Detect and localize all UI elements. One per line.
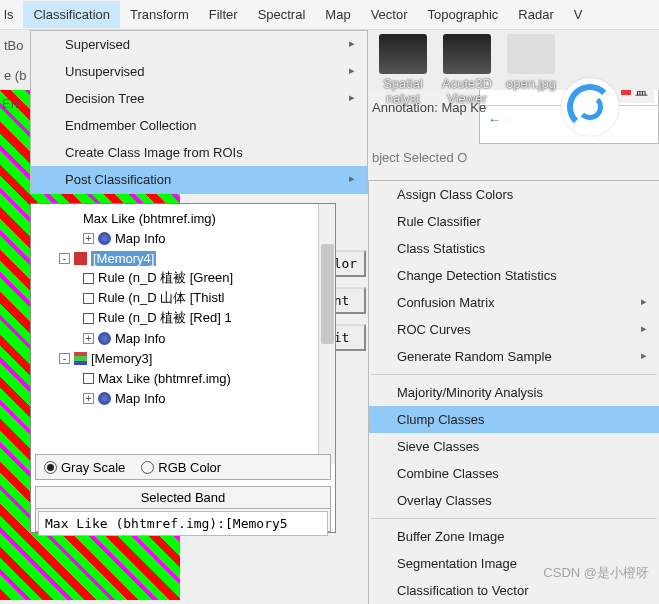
menu-ls[interactable]: ls	[0, 1, 23, 28]
thumbnail-openjpg[interactable]: open.jpg	[503, 34, 559, 91]
expand-icon[interactable]: -	[59, 353, 70, 364]
tree-item-label: Rule (n_D 植被 [Red] 1	[98, 309, 232, 327]
raster-stack-icon	[74, 352, 87, 365]
radio-icon	[141, 461, 154, 474]
radio-label: RGB Color	[158, 460, 221, 475]
submenu-item-rule-classifier[interactable]: Rule Classifier	[369, 208, 659, 235]
tree-row[interactable]: +Map Info	[31, 328, 317, 348]
thumbnail-spatial-analyst[interactable]: Spatial nalyst	[375, 34, 431, 106]
browser-logo-icon	[561, 78, 619, 136]
menu-separator	[371, 518, 657, 519]
tree-item-label: Max Like (bhtmref.img)	[98, 371, 231, 386]
checkbox[interactable]	[83, 273, 94, 284]
submenu-item-class-statistics[interactable]: Class Statistics	[369, 235, 659, 262]
menu-map[interactable]: Map	[315, 1, 360, 28]
menu-v[interactable]: V	[564, 1, 593, 28]
tree-row[interactable]: Max Like (bhtmref.img)	[31, 208, 317, 228]
tree-item-label: Map Info	[115, 231, 166, 246]
tree-row[interactable]: Rule (n_D 山体 [Thistl	[31, 288, 317, 308]
thumbnail-acute3d[interactable]: Acute3D Viewer	[439, 34, 495, 106]
tree-item-label: Max Like (bhtmref.img)	[83, 211, 216, 226]
tree-item-label: Map Info	[115, 391, 166, 406]
selected-band-value[interactable]: Max Like (bhtmref.img):[Memory5	[38, 511, 328, 536]
raster-stack-icon	[74, 252, 87, 265]
globe-icon	[98, 232, 111, 245]
menu-separator	[371, 374, 657, 375]
checkbox[interactable]	[83, 373, 94, 384]
scrollbar[interactable]	[318, 204, 335, 464]
submenu-fragment: bject Selected O	[372, 150, 467, 165]
submenu-item-combine-classes[interactable]: Combine Classes	[369, 460, 659, 487]
rgb-color-radio[interactable]: RGB Color	[141, 460, 221, 475]
tree-row[interactable]: Rule (n_D 植被 [Red] 1	[31, 308, 317, 328]
selected-band-header: Selected Band	[36, 487, 330, 509]
tree-row[interactable]: +Map Info	[31, 388, 317, 408]
tree-item-label: [Memory4]	[91, 251, 156, 266]
toolbar-text: Enl	[2, 96, 21, 111]
submenu-item-assign-class-colors[interactable]: Assign Class Colors	[369, 181, 659, 208]
menu-spectral[interactable]: Spectral	[248, 1, 316, 28]
tree-row[interactable]: -[Memory4]	[31, 248, 317, 268]
tree-row[interactable]: +Map Info	[31, 228, 317, 248]
display-mode-radios: Gray Scale RGB Color	[35, 454, 331, 480]
tree-item-label: Map Info	[115, 331, 166, 346]
classification-menu: SupervisedUnsupervisedDecision TreeEndme…	[30, 30, 368, 194]
menu-radar[interactable]: Radar	[508, 1, 563, 28]
selected-band-group: Selected Band Max Like (bhtmref.img):[Me…	[35, 486, 331, 532]
submenu-item-confusion-matrix[interactable]: Confusion Matrix	[369, 289, 659, 316]
tree-row[interactable]: -[Memory3]	[31, 348, 317, 368]
radio-label: Gray Scale	[61, 460, 125, 475]
menu-transform[interactable]: Transform	[120, 1, 199, 28]
thumbnail-label: open.jpg	[503, 76, 559, 91]
post-classification-submenu: Assign Class ColorsRule ClassifierClass …	[368, 180, 659, 604]
expand-icon[interactable]: -	[59, 253, 70, 264]
submenu-item-buffer-zone-image[interactable]: Buffer Zone Image	[369, 523, 659, 550]
tree-row[interactable]: Max Like (bhtmref.img)	[31, 368, 317, 388]
checkbox[interactable]	[83, 313, 94, 324]
menu-classification[interactable]: Classification	[23, 1, 120, 28]
menu-item-post-classification[interactable]: Post Classification	[31, 166, 367, 193]
scrollbar-thumb[interactable]	[321, 244, 334, 344]
tree-item-label: Rule (n_D 植被 [Green]	[98, 269, 233, 287]
submenu-item-generate-random-sample[interactable]: Generate Random Sample	[369, 343, 659, 370]
menu-item-unsupervised[interactable]: Unsupervised	[31, 58, 367, 85]
submenu-item-change-detection-statistics[interactable]: Change Detection Statistics	[369, 262, 659, 289]
thumbnail-icon	[507, 34, 555, 74]
globe-icon	[98, 332, 111, 345]
gray-scale-radio[interactable]: Gray Scale	[44, 460, 125, 475]
main-menubar: lsClassificationTransformFilterSpectralM…	[0, 0, 659, 30]
submenu-item-roc-curves[interactable]: ROC Curves	[369, 316, 659, 343]
layer-manager-panel: Max Like (bhtmref.img)+Map Info-[Memory4…	[30, 203, 336, 533]
menu-item-decision-tree[interactable]: Decision Tree	[31, 85, 367, 112]
watermark: CSDN @是小橙呀	[543, 564, 649, 582]
checkbox[interactable]	[83, 293, 94, 304]
thumbnail-icon	[379, 34, 427, 74]
globe-icon	[98, 392, 111, 405]
menu-filter[interactable]: Filter	[199, 1, 248, 28]
menu-vector[interactable]: Vector	[361, 1, 418, 28]
menu-topographic[interactable]: Topographic	[417, 1, 508, 28]
menu-item-supervised[interactable]: Supervised	[31, 31, 367, 58]
expand-icon[interactable]: +	[83, 233, 94, 244]
submenu-item-overlay-classes[interactable]: Overlay Classes	[369, 487, 659, 514]
tree-row[interactable]: Rule (n_D 植被 [Green]	[31, 268, 317, 288]
tree-item-label: Rule (n_D 山体 [Thistl	[98, 289, 224, 307]
submenu-item-sieve-classes[interactable]: Sieve Classes	[369, 433, 659, 460]
tree-item-label: [Memory3]	[91, 351, 152, 366]
menu-item-create-class-image-from-rois[interactable]: Create Class Image from ROIs	[31, 139, 367, 166]
expand-icon[interactable]: +	[83, 333, 94, 344]
radio-icon	[44, 461, 57, 474]
layer-tree[interactable]: Max Like (bhtmref.img)+Map Info-[Memory4…	[31, 204, 317, 532]
thumbnail-icon	[443, 34, 491, 74]
annotation-label: Annotation: Map Ke	[372, 100, 486, 115]
submenu-item-clump-classes[interactable]: Clump Classes	[369, 406, 659, 433]
menu-item-endmember-collection[interactable]: Endmember Collection	[31, 112, 367, 139]
submenu-item-majority-minority-analysis[interactable]: Majority/Minority Analysis	[369, 379, 659, 406]
expand-icon[interactable]: +	[83, 393, 94, 404]
